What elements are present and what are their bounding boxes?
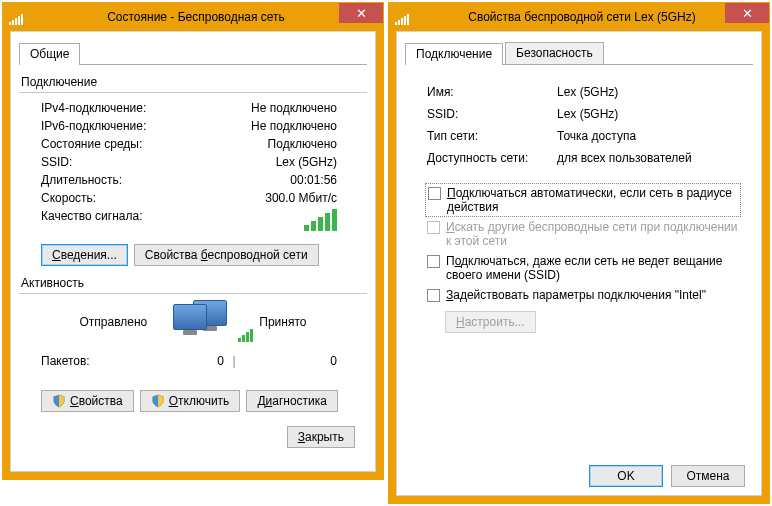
wireless-properties-button[interactable]: Свойства беспроводной сети [134, 244, 319, 266]
nettype-label: Тип сети: [427, 129, 547, 143]
activity-indicator-icon [173, 300, 233, 344]
disable-button[interactable]: Отключить [140, 390, 241, 412]
titlebar[interactable]: Состояние - Беспроводная сеть ✕ [3, 3, 383, 31]
client-area: Общие Подключение IPv4-подключение:Не по… [10, 31, 376, 472]
section-connection: Подключение [21, 75, 367, 89]
intel-params-checkbox[interactable] [427, 289, 440, 302]
tab-general[interactable]: Общие [19, 43, 80, 65]
ipv6-label: IPv6-подключение: [41, 119, 191, 133]
media-value: Подключено [191, 137, 367, 151]
signal-bars-icon [304, 209, 337, 231]
name-value: Lex (5GHz) [547, 85, 753, 99]
properties-button[interactable]: Свойства [41, 390, 134, 412]
activity-area: Отправлено Принято [19, 300, 367, 344]
window-title: Состояние - Беспроводная сеть [9, 10, 383, 24]
ipv4-label: IPv4-подключение: [41, 101, 191, 115]
packets-received: 0 [244, 354, 337, 368]
received-label: Принято [259, 315, 306, 329]
name-label: Имя: [427, 85, 547, 99]
connect-hidden-label: Подключаться, даже если сеть не ведет ве… [446, 254, 743, 282]
tab-connection[interactable]: Подключение [405, 43, 503, 65]
auto-connect-label: Подключаться автоматически, если сеть в … [447, 186, 736, 214]
configure-button: Настроить... [445, 311, 536, 333]
tab-security[interactable]: Безопасность [505, 42, 604, 65]
sent-label: Отправлено [80, 315, 148, 329]
avail-label: Доступность сети: [427, 151, 547, 165]
ipv4-value: Не подключено [191, 101, 367, 115]
ssid-label: SSID: [427, 107, 547, 121]
shield-icon [52, 394, 66, 408]
speed-value: 300.0 Мбит/с [191, 191, 367, 205]
close-dialog-button[interactable]: Закрыть [287, 426, 355, 448]
signal-icon [395, 14, 409, 25]
client-area: Подключение Безопасность Имя:Lex (5GHz) … [396, 31, 762, 496]
tab-row: Общие [19, 42, 367, 65]
connect-hidden-checkbox[interactable] [427, 255, 440, 268]
ssid-value: Lex (5GHz) [191, 155, 367, 169]
seek-other-label: Искать другие беспроводные сети при подк… [446, 220, 743, 248]
ssid-label: SSID: [41, 155, 191, 169]
signal-label: Качество сигнала: [41, 209, 191, 234]
media-label: Состояние среды: [41, 137, 191, 151]
status-window: Состояние - Беспроводная сеть ✕ Общие По… [2, 2, 384, 480]
cancel-button[interactable]: Отмена [671, 465, 745, 487]
details-button[interactable]: Сведения... [41, 244, 128, 266]
shield-icon [151, 394, 165, 408]
signal-icon [9, 14, 23, 25]
seek-other-checkbox [427, 221, 440, 234]
window-title: Свойства беспроводной сети Lex (5GHz) [395, 10, 769, 24]
titlebar[interactable]: Свойства беспроводной сети Lex (5GHz) ✕ [389, 3, 769, 31]
properties-window: Свойства беспроводной сети Lex (5GHz) ✕ … [388, 2, 770, 504]
speed-label: Скорость: [41, 191, 191, 205]
avail-value: для всех пользователей [547, 151, 753, 165]
tab-row: Подключение Безопасность [405, 42, 753, 65]
packets-label: Пакетов: [41, 354, 131, 368]
section-activity: Активность [21, 276, 367, 290]
ipv6-value: Не подключено [191, 119, 367, 133]
duration-label: Длительность: [41, 173, 191, 187]
auto-connect-checkbox[interactable] [428, 187, 441, 200]
duration-value: 00:01:56 [191, 173, 367, 187]
intel-params-label: Задействовать параметры подключения "Int… [446, 288, 743, 302]
ssid-value: Lex (5GHz) [547, 107, 753, 121]
packets-sent: 0 [131, 354, 224, 368]
close-button[interactable]: ✕ [339, 3, 383, 23]
close-button[interactable]: ✕ [725, 3, 769, 23]
nettype-value: Точка доступа [547, 129, 753, 143]
diagnose-button[interactable]: Диагностика [246, 390, 338, 412]
signal-value [191, 209, 367, 234]
ok-button[interactable]: OK [589, 465, 663, 487]
